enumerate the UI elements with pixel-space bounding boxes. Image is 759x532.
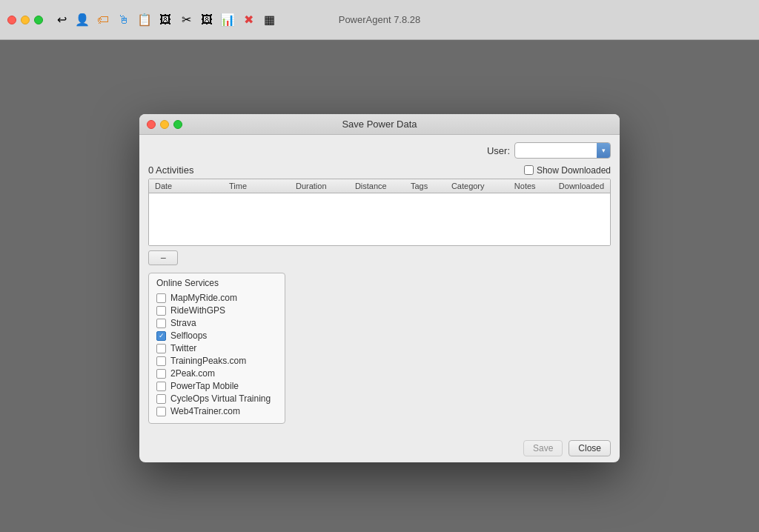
service-label: Web4Trainer.com [170, 406, 240, 416]
table-header: Date Time Duration Distance Tags Categor… [149, 179, 610, 193]
service-label: Strava [170, 318, 196, 328]
table-controls: − [148, 250, 611, 265]
service-checkbox-strava[interactable] [156, 319, 166, 328]
show-downloaded-label: Show Downloaded [537, 165, 611, 176]
dialog-minimize-light[interactable] [160, 120, 169, 129]
service-checkbox-selfloops[interactable] [156, 331, 166, 341]
col-header-time: Time [229, 182, 296, 190]
activities-count: 0 Activities [148, 164, 193, 176]
show-downloaded-container: Show Downloaded [524, 165, 611, 176]
table-body [149, 193, 610, 245]
close-button[interactable]: Close [569, 440, 611, 456]
show-downloaded-checkbox[interactable] [524, 165, 534, 175]
dialog-title: Save Power Data [342, 119, 417, 130]
user-select[interactable]: ▾ [514, 142, 611, 159]
service-label: PowerTap Mobile [170, 381, 239, 391]
service-item: TrainingPeaks.com [156, 356, 277, 366]
service-checkbox-2peak-com[interactable] [156, 369, 166, 379]
service-item: MapMyRide.com [156, 293, 277, 303]
dialog-close-light[interactable] [147, 120, 156, 129]
col-header-distance: Distance [355, 182, 411, 190]
service-checkbox-mapmyride-com[interactable] [156, 293, 166, 303]
user-row: User: ▾ [148, 142, 611, 159]
dialog-footer: Save Close [139, 434, 620, 462]
activities-table: Date Time Duration Distance Tags Categor… [148, 179, 611, 246]
dialog-titlebar: Save Power Data [139, 114, 620, 135]
service-label: CycleOps Virtual Training [170, 393, 271, 404]
col-header-notes: Notes [514, 182, 559, 190]
service-label: Selfloops [170, 330, 207, 341]
service-item: Strava [156, 318, 277, 328]
col-header-category: Category [451, 182, 514, 190]
service-checkbox-cycleops-virtual-training[interactable] [156, 394, 166, 404]
service-checkbox-twitter[interactable] [156, 344, 166, 353]
service-checkbox-trainingpeaks-com[interactable] [156, 356, 166, 366]
activities-header: 0 Activities Show Downloaded [148, 164, 611, 176]
dialog-zoom-light[interactable] [173, 120, 182, 129]
service-item: Web4Trainer.com [156, 406, 277, 416]
service-label: RideWithGPS [170, 305, 225, 316]
col-header-duration: Duration [296, 182, 355, 190]
service-label: TrainingPeaks.com [170, 356, 246, 366]
service-label: Twitter [170, 343, 196, 353]
service-checkbox-web4trainer-com[interactable] [156, 407, 166, 416]
dialog-traffic-lights [147, 120, 182, 129]
col-header-downloaded: Downloaded [559, 182, 604, 190]
online-services-title: Online Services [156, 278, 277, 288]
col-header-tags: Tags [411, 182, 451, 190]
service-item: Twitter [156, 343, 277, 353]
dialog-body: User: ▾ 0 Activities Show Downloaded Dat… [139, 135, 620, 431]
user-label: User: [487, 145, 510, 156]
col-header-date: Date [155, 182, 229, 190]
services-list: MapMyRide.comRideWithGPSStravaSelfloopsT… [156, 293, 277, 416]
dialog-overlay: Save Power Data User: ▾ 0 Activities Sho… [0, 0, 759, 532]
save-button[interactable]: Save [523, 440, 563, 456]
service-label: MapMyRide.com [170, 293, 237, 303]
service-label: 2Peak.com [170, 368, 215, 379]
service-checkbox-ridewithgps[interactable] [156, 306, 166, 316]
online-services-section: Online Services MapMyRide.comRideWithGPS… [148, 273, 285, 424]
user-select-arrow-icon: ▾ [597, 143, 610, 158]
service-checkbox-powertap-mobile[interactable] [156, 382, 166, 391]
service-item: PowerTap Mobile [156, 381, 277, 391]
service-item: 2Peak.com [156, 368, 277, 379]
save-power-data-dialog: Save Power Data User: ▾ 0 Activities Sho… [139, 114, 620, 462]
remove-activity-button[interactable]: − [148, 250, 178, 265]
service-item: CycleOps Virtual Training [156, 393, 277, 404]
service-item: Selfloops [156, 330, 277, 341]
service-item: RideWithGPS [156, 305, 277, 316]
